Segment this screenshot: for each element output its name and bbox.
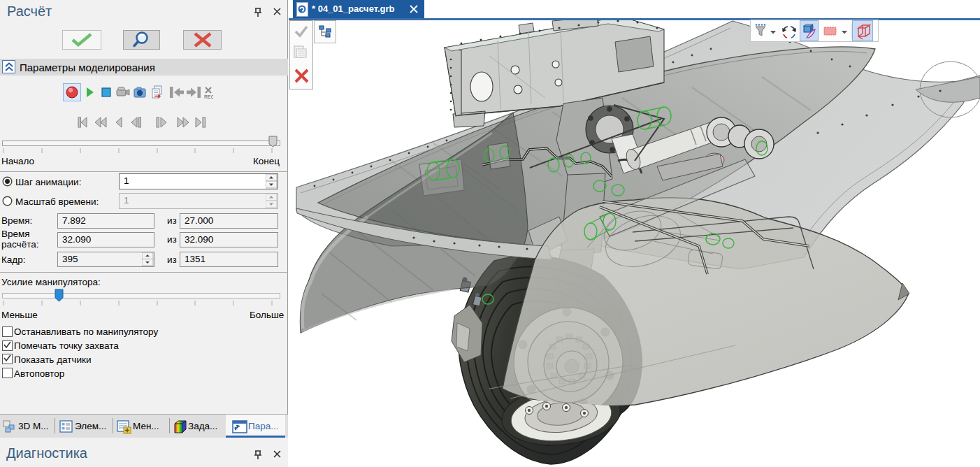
svg-text:REC: REC: [204, 94, 213, 99]
